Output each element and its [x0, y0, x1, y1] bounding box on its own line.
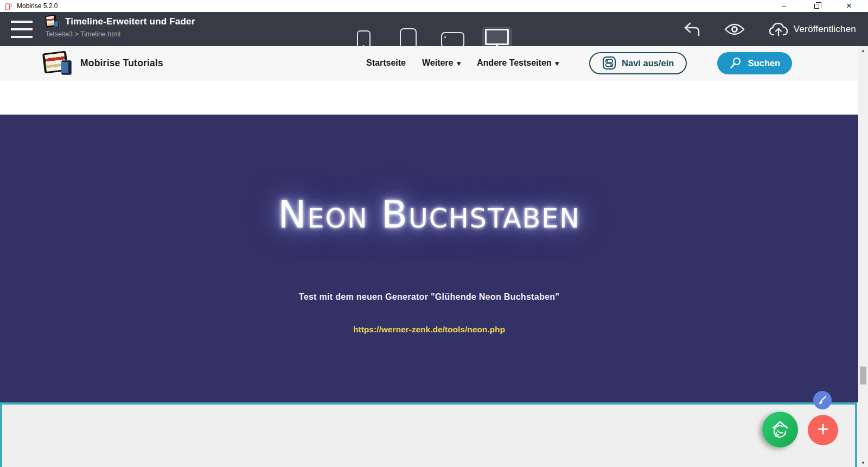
navi-toggle-button[interactable]: Navi aus/ein — [589, 52, 687, 74]
close-button[interactable]: × — [841, 1, 857, 11]
mobirise-app-icon — [4, 2, 12, 10]
scroll-down-icon: ▼ — [861, 460, 865, 465]
undo-button[interactable] — [683, 21, 700, 37]
page-thumbnail-icon — [46, 15, 60, 28]
hamburger-menu-button[interactable] — [11, 21, 33, 38]
search-icon — [729, 56, 742, 70]
menu-item-andere-testseiten[interactable]: Andere Testseiten ▾ — [477, 58, 559, 68]
undo-icon — [683, 21, 700, 37]
preview-button[interactable] — [724, 22, 745, 36]
neon-heading: Neon Buchstaben — [0, 194, 858, 236]
paintbrush-icon — [817, 395, 828, 406]
menu-item-weitere[interactable]: Weitere ▾ — [422, 58, 461, 68]
breadcrumb[interactable]: Tetseite3 > Timeline.html — [46, 30, 195, 38]
site-menu: Startseite Weitere ▾ Andere Testseiten ▾ — [366, 52, 792, 74]
tablet-icon — [441, 32, 464, 48]
scroll-up-icon: ▲ — [861, 48, 865, 53]
site-navbar: Mobirise Tutorials Startseite Weitere ▾ … — [0, 46, 858, 80]
scroll-up-button[interactable]: ▲ — [858, 46, 868, 55]
hero-subtitle: Test mit dem neuen Generator "Glühende N… — [0, 292, 858, 302]
hero-link[interactable]: https://werner-zenk.de/tools/neon.php — [353, 325, 505, 335]
whatsapp-widget-button[interactable] — [762, 412, 798, 447]
publish-label: Veröffentlichen — [794, 24, 856, 35]
os-titlebar: Mobirise 5.2.0 – × — [0, 0, 868, 12]
site-logo-image — [42, 51, 73, 75]
toggle-switches-icon — [602, 56, 616, 70]
chevron-down-icon: ▾ — [556, 60, 559, 67]
search-button[interactable]: Suchen — [717, 52, 792, 74]
edit-style-button[interactable] — [813, 391, 832, 409]
publish-button[interactable]: Veröffentlichen — [769, 22, 856, 37]
restore-button[interactable] — [808, 1, 825, 11]
hamburger-icon — [11, 21, 33, 23]
navi-toggle-label: Navi aus/ein — [622, 58, 674, 68]
plus-icon: + — [817, 419, 829, 439]
cloud-upload-icon — [769, 22, 788, 37]
selected-block[interactable] — [0, 402, 857, 467]
window-controls: – × — [776, 1, 864, 11]
site-brand-name: Mobirise Tutorials — [80, 58, 163, 69]
minimize-button[interactable]: – — [776, 1, 792, 11]
toolbar-right-actions: Veröffentlichen — [683, 12, 856, 46]
site-brand[interactable]: Mobirise Tutorials — [42, 51, 163, 75]
site-preview-canvas: Mobirise Tutorials Startseite Weitere ▾ … — [0, 46, 858, 467]
empty-white-section — [0, 80, 858, 115]
mobirise-app-window: Mobirise 5.2.0 – × Timeline-Erweitert un… — [0, 0, 868, 467]
eye-icon — [724, 22, 745, 36]
chevron-down-icon: ▾ — [457, 60, 461, 67]
scroll-down-button[interactable]: ▼ — [858, 458, 868, 467]
window-title: Mobirise 5.2.0 — [17, 2, 58, 10]
whatsapp-home-icon — [768, 418, 792, 441]
project-title[interactable]: Timeline-Erweitert und Fader — [65, 16, 195, 27]
scrollbar-thumb[interactable] — [860, 367, 866, 384]
add-block-button[interactable]: + — [808, 415, 838, 445]
neon-hero-section: Neon Buchstaben Test mit dem neuen Gener… — [0, 115, 858, 402]
menu-item-startseite[interactable]: Startseite — [366, 58, 406, 68]
app-toolbar: Timeline-Erweitert und Fader Tetseite3 >… — [0, 12, 868, 46]
restore-icon — [814, 4, 819, 9]
page-header: Timeline-Erweitert und Fader Tetseite3 >… — [46, 15, 195, 38]
minimize-icon: – — [782, 2, 786, 10]
preview-scrollbar[interactable]: ▲ ▼ — [858, 46, 868, 467]
close-icon: × — [846, 1, 852, 11]
search-label: Suchen — [748, 58, 780, 68]
